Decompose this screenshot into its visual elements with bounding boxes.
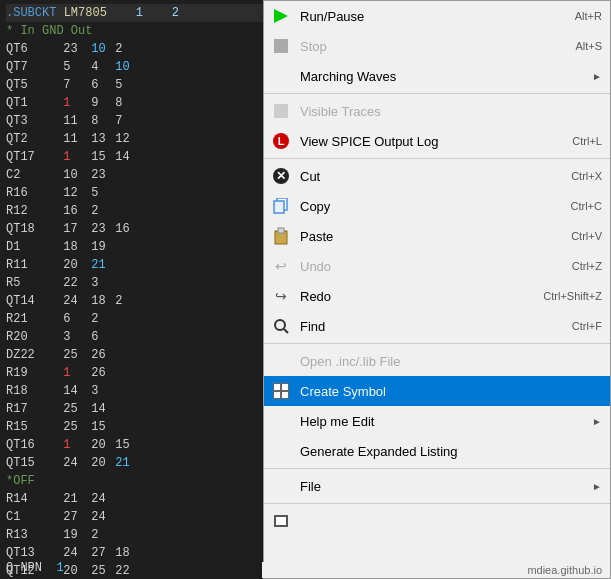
menu-item-file[interactable]: File ► xyxy=(264,471,610,501)
menu-item-help-edit[interactable]: Help me Edit ► xyxy=(264,406,610,436)
comment-line: * In GND Out xyxy=(6,22,264,40)
menu-item-copy[interactable]: Copy Ctrl+C xyxy=(264,191,610,221)
find-label: Find xyxy=(300,319,552,334)
copy-icon xyxy=(270,195,292,217)
menu-item-create-symbol[interactable]: Create Symbol xyxy=(264,376,610,406)
marching-label: Marching Waves xyxy=(300,69,592,84)
copy-label: Copy xyxy=(300,199,551,214)
run-label: Run/Pause xyxy=(300,9,555,24)
stop-shortcut: Alt+S xyxy=(575,40,602,52)
undo-shortcut: Ctrl+Z xyxy=(572,260,602,272)
separator-5 xyxy=(264,503,610,504)
marching-icon xyxy=(270,65,292,87)
context-menu: Run/Pause Alt+R Stop Alt+S Marching Wave… xyxy=(263,0,611,579)
create-symbol-label: Create Symbol xyxy=(300,384,602,399)
redo-label: Redo xyxy=(300,289,523,304)
svg-rect-3 xyxy=(278,228,284,233)
menu-item-run[interactable]: Run/Pause Alt+R xyxy=(264,1,610,31)
separator-3 xyxy=(264,343,610,344)
stop-label: Stop xyxy=(300,39,555,54)
paste-label: Paste xyxy=(300,229,551,244)
undo-icon: ↩ xyxy=(270,255,292,277)
cut-icon: ✕ xyxy=(270,165,292,187)
marching-arrow: ► xyxy=(592,71,602,82)
create-symbol-icon xyxy=(270,380,292,402)
menu-item-spice[interactable]: L View SPICE Output Log Ctrl+L xyxy=(264,126,610,156)
spice-shortcut: Ctrl+L xyxy=(572,135,602,147)
visible-icon xyxy=(270,100,292,122)
menu-item-redo[interactable]: ↪ Redo Ctrl+Shift+Z xyxy=(264,281,610,311)
stop-icon xyxy=(270,35,292,57)
open-inc-icon xyxy=(270,350,292,372)
file-arrow: ► xyxy=(592,481,602,492)
help-edit-arrow: ► xyxy=(592,416,602,427)
paste-shortcut: Ctrl+V xyxy=(571,230,602,242)
svg-rect-8 xyxy=(282,384,288,390)
help-edit-label: Help me Edit xyxy=(300,414,592,429)
float-icon xyxy=(270,510,292,532)
svg-rect-7 xyxy=(274,384,280,390)
redo-icon: ↪ xyxy=(270,285,292,307)
paste-icon xyxy=(270,225,292,247)
menu-item-undo[interactable]: ↩ Undo Ctrl+Z xyxy=(264,251,610,281)
expand-label: Generate Expanded Listing xyxy=(300,444,602,459)
svg-rect-1 xyxy=(274,201,284,213)
menu-item-paste[interactable]: Paste Ctrl+V xyxy=(264,221,610,251)
find-icon xyxy=(270,315,292,337)
separator-1 xyxy=(264,93,610,94)
spice-label: View SPICE Output Log xyxy=(300,134,552,149)
brand-bar: mdiea.github.io xyxy=(262,562,610,578)
code-editor: .SUBCKT LM7805 1 2 * In GND Out QT6 23 1… xyxy=(0,0,270,579)
cut-label: Cut xyxy=(300,169,551,184)
menu-item-find[interactable]: Find Ctrl+F xyxy=(264,311,610,341)
redo-shortcut: Ctrl+Shift+Z xyxy=(543,290,602,302)
svg-rect-9 xyxy=(274,392,280,398)
svg-rect-10 xyxy=(282,392,288,398)
menu-item-expand[interactable]: Generate Expanded Listing xyxy=(264,436,610,466)
play-icon xyxy=(270,5,292,27)
open-inc-label: Open .inc/.lib File xyxy=(300,354,602,369)
bottom-code-line: Q NPN 1 xyxy=(6,561,64,575)
file-icon xyxy=(270,475,292,497)
menu-item-marching[interactable]: Marching Waves ► xyxy=(264,61,610,91)
cut-shortcut: Ctrl+X xyxy=(571,170,602,182)
brand-text: mdiea.github.io xyxy=(527,564,602,576)
separator-2 xyxy=(264,158,610,159)
menu-item-cut[interactable]: ✕ Cut Ctrl+X xyxy=(264,161,610,191)
find-shortcut: Ctrl+F xyxy=(572,320,602,332)
svg-point-4 xyxy=(275,320,285,330)
spice-icon: L xyxy=(270,130,292,152)
menu-item-visible[interactable]: Visible Traces xyxy=(264,96,610,126)
menu-item-open-inc[interactable]: Open .inc/.lib File xyxy=(264,346,610,376)
separator-4 xyxy=(264,468,610,469)
run-shortcut: Alt+R xyxy=(575,10,602,22)
svg-line-5 xyxy=(284,329,288,333)
file-label: File xyxy=(300,479,592,494)
help-edit-icon xyxy=(270,410,292,432)
visible-label: Visible Traces xyxy=(300,104,602,119)
subckt-header: .SUBCKT LM7805 1 2 xyxy=(6,4,264,22)
expand-icon xyxy=(270,440,292,462)
copy-shortcut: Ctrl+C xyxy=(571,200,602,212)
menu-item-float[interactable] xyxy=(264,506,610,536)
undo-label: Undo xyxy=(300,259,552,274)
menu-item-stop[interactable]: Stop Alt+S xyxy=(264,31,610,61)
